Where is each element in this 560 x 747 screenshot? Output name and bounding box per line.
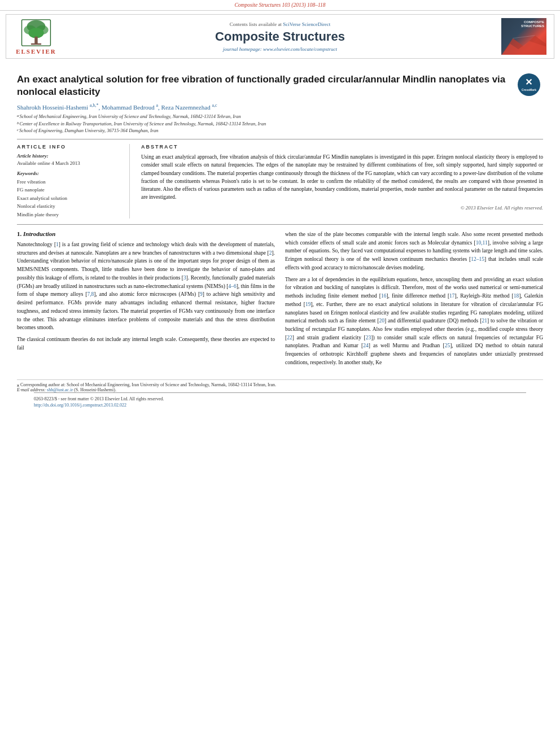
footnote-block: ⁎ Corresponding author at: School of Mec…: [17, 379, 543, 392]
keyword-free-vibration: Free vibration: [17, 178, 121, 186]
available-online-text: Available online 4 March 2013: [17, 160, 121, 166]
article-history-label: Article history:: [17, 153, 121, 159]
affil-b-text: Center of Excellence in Railway Transpor…: [20, 120, 266, 128]
journal-title: Composite Structures: [67, 29, 493, 44]
sciverse-line: Contents lists available at SciVerse Sci…: [67, 21, 493, 27]
corresponding-author-text: Corresponding author at: School of Mecha…: [20, 382, 276, 387]
article-info-abstract: ARTICLE INFO Article history: Available …: [17, 144, 543, 219]
main-content: An exact analytical solution for free vi…: [0, 62, 560, 375]
sciverse-link[interactable]: SciVerse ScienceDirect: [283, 21, 330, 27]
right-para-2: There are a lot of dependencies in the e…: [285, 276, 543, 367]
email-address[interactable]: shh@iust.ac.ir: [47, 387, 73, 392]
svg-rect-4: [34, 36, 37, 44]
article-info-label: ARTICLE INFO: [17, 144, 121, 150]
copyright-text: © 2013 Elsevier Ltd. All rights reserved…: [141, 205, 543, 211]
keywords-label: Keywords:: [17, 171, 121, 176]
divider-1: [17, 139, 543, 139]
affil-c-text: School of Engineering, Damghan Universit…: [19, 127, 158, 134]
footer-block: 0263-8223/$ - see front matter © 2013 El…: [34, 392, 526, 408]
journal-cover-image: COMPOSITE STRUCTURES: [501, 18, 546, 55]
keyword-nonlocal: Nonlocal elasticity: [17, 202, 121, 210]
authors-text: Shahrokh Hosseini-Hashemi a,b,*, Mohamma…: [17, 104, 217, 111]
doi-line: http://dx.doi.org/10.1016/j.compstruct.2…: [34, 403, 526, 408]
section-title: Introduction: [23, 230, 55, 237]
footnote-star: ⁎: [17, 382, 19, 387]
intro-para-2: The classical continuum theories do not …: [17, 335, 275, 352]
body-content: 1. Introduction Nanotechnology [1] is a …: [17, 230, 543, 370]
abstract-text: Using an exact analytical approach, free…: [141, 153, 543, 202]
article-info-column: ARTICLE INFO Article history: Available …: [17, 144, 130, 219]
top-bar: Composite Structures 103 (2013) 108–118: [0, 0, 560, 11]
elsevier-brand-text: ELSEVIER: [16, 48, 56, 55]
elsevier-logo-area: ELSEVIER: [11, 19, 62, 55]
affiliations-block: a School of Mechanical Engineering, Iran…: [17, 113, 543, 134]
authors-line: Shahrokh Hosseini-Hashemi a,b,*, Mohamma…: [17, 103, 543, 111]
divider-2: [17, 224, 543, 225]
abstract-column: ABSTRACT Using an exact analytical appro…: [141, 144, 543, 219]
keyword-mindlin: Mindlin plate theory: [17, 211, 121, 219]
abstract-label: ABSTRACT: [141, 144, 543, 150]
journal-reference: Composite Structures 103 (2013) 108–118: [235, 2, 326, 8]
email-label: E-mail address:: [17, 387, 46, 392]
footnotes-area: ⁎ Corresponding author at: School of Mec…: [0, 379, 560, 408]
article-title-text: An exact analytical solution for free vi…: [17, 74, 505, 97]
body-left-col: 1. Introduction Nanotechnology [1] is a …: [17, 230, 275, 370]
cover-graphic-icon: [501, 33, 546, 55]
keyword-exact-solution: Exact analytical solution: [17, 194, 121, 202]
affil-a: a School of Mechanical Engineering, Iran…: [17, 113, 543, 120]
issn-line: 0263-8223/$ - see front matter © 2013 El…: [34, 396, 526, 401]
journal-cover-area: COMPOSITE STRUCTURES: [498, 18, 549, 55]
svg-rect-5: [31, 43, 41, 45]
keyword-fg-nanoplate: FG nanoplate: [17, 186, 121, 194]
affil-b: b Center of Excellence in Railway Transp…: [17, 120, 543, 128]
introduction-heading: 1. Introduction: [17, 230, 275, 237]
email-note: (S. Hosseini-Hashemi).: [74, 387, 116, 392]
crossmark-badge[interactable]: ✕ CrossMark: [518, 73, 543, 99]
doi-link[interactable]: http://dx.doi.org/10.1016/j.compstruct.2…: [34, 403, 126, 408]
section-number: 1.: [17, 230, 21, 237]
journal-center-info: Contents lists available at SciVerse Sci…: [62, 21, 498, 52]
article-title-area: An exact analytical solution for free vi…: [17, 73, 543, 98]
elsevier-tree-icon: [19, 19, 53, 47]
affil-a-text: School of Mechanical Engineering, Iran U…: [20, 113, 241, 120]
journal-homepage: journal homepage: www.elsevier.com/locat…: [67, 46, 493, 52]
intro-para-1: Nanotechnology [1] is a fast growing fie…: [17, 241, 275, 332]
journal-header: ELSEVIER Contents lists available at Sci…: [6, 14, 554, 59]
cover-title: COMPOSITE STRUCTURES: [521, 20, 544, 28]
svg-line-9: [513, 36, 535, 38]
body-right-col: when the size of the plate becomes compa…: [285, 230, 543, 370]
right-para-1: when the size of the plate becomes compa…: [285, 230, 543, 272]
affil-c: c School of Engineering, Damghan Univers…: [17, 127, 543, 134]
